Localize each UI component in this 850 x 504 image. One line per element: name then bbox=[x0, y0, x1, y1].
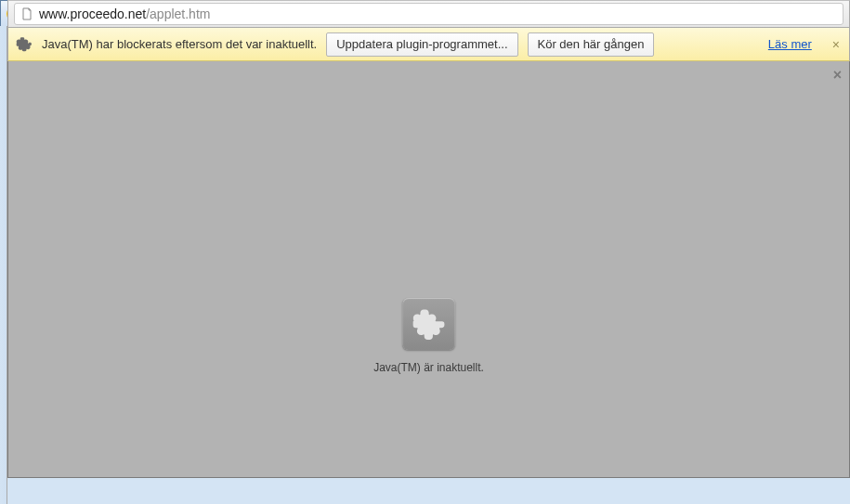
plugin-placeholder-caption: Java(TM) är inaktuellt. bbox=[373, 361, 484, 374]
update-plugin-button-label: Uppdatera plugin-programmet... bbox=[336, 37, 507, 51]
puzzle-icon bbox=[16, 36, 33, 53]
content-close-icon[interactable]: × bbox=[833, 67, 842, 84]
omnibox[interactable]: www.proceedo.net/applet.htm bbox=[14, 3, 843, 25]
update-plugin-button[interactable]: Uppdatera plugin-programmet... bbox=[326, 32, 517, 57]
run-once-button-label: Kör den här gången bbox=[538, 37, 645, 51]
plugin-blocked-infobar: Java(TM) har blockerats eftersom det var… bbox=[7, 28, 850, 61]
address-bar: www.proceedo.net/applet.htm bbox=[7, 0, 850, 28]
url-host: www.proceedo.net bbox=[39, 6, 146, 21]
plugin-placeholder[interactable]: Java(TM) är inaktuellt. bbox=[373, 298, 484, 374]
window-frame-left bbox=[0, 26, 7, 504]
run-once-button[interactable]: Kör den här gången bbox=[528, 32, 655, 57]
infobar-dismiss-icon[interactable]: × bbox=[830, 37, 842, 52]
learn-more-link[interactable]: Läs mer bbox=[768, 37, 812, 51]
infobar-message: Java(TM) har blockerats eftersom det var… bbox=[42, 37, 317, 51]
page-icon bbox=[20, 7, 33, 20]
plugin-placeholder-tile bbox=[402, 298, 454, 350]
page-content: × Java(TM) är inaktuellt. bbox=[7, 61, 850, 478]
puzzle-icon bbox=[412, 308, 444, 340]
url-path: /applet.htm bbox=[146, 6, 210, 21]
